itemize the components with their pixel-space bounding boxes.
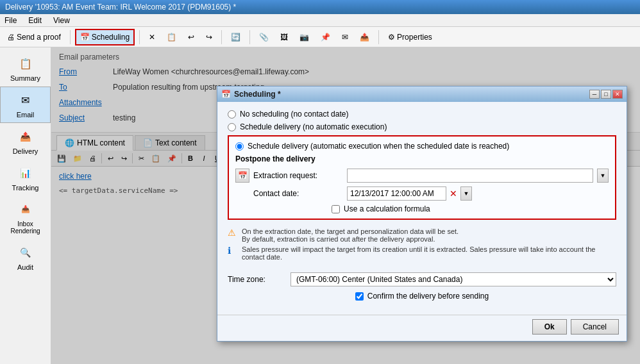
- schedule-auto-section: Schedule delivery (automatic execution w…: [228, 135, 616, 220]
- ok-button[interactable]: Ok: [532, 319, 567, 335]
- extraction-label: Extraction request:: [253, 171, 343, 180]
- sidebar-label-audit: Audit: [17, 263, 33, 271]
- sidebar-label-inbox: Inbox Rendering: [3, 220, 47, 235]
- extraction-cal-icon[interactable]: 📅: [235, 169, 249, 183]
- tb-icon-3[interactable]: ↩: [183, 29, 199, 46]
- audit-icon: 🔍: [15, 244, 36, 261]
- sidebar-label-delivery: Delivery: [13, 147, 38, 155]
- info-icon: ℹ: [228, 245, 238, 256]
- radio-no-scheduling-label: No scheduling (no contact date): [240, 110, 348, 119]
- radio-schedule-delivery-input[interactable]: [228, 123, 236, 131]
- sidebar-label-email: Email: [17, 111, 35, 119]
- menu-file[interactable]: File: [3, 15, 19, 26]
- info-row-2: ℹ Sales pressure will impact the target …: [228, 245, 616, 261]
- tb-icon-1[interactable]: ✕: [144, 29, 160, 46]
- info-section: ⚠ On the extraction date, the target and…: [228, 224, 616, 267]
- confirm-delivery-label: Confirm the delivery before sending: [367, 292, 489, 301]
- sidebar-item-delivery[interactable]: 📤 Delivery: [0, 123, 51, 160]
- contact-date-clear-button[interactable]: ✕: [448, 188, 459, 199]
- tb-img2[interactable]: 📷: [295, 29, 314, 46]
- delivery-icon: 📤: [15, 128, 36, 145]
- tracking-icon: 📊: [15, 164, 36, 182]
- tb-icon-2[interactable]: 📋: [162, 29, 181, 46]
- confirm-delivery-checkbox[interactable]: [355, 292, 364, 301]
- modal-overlay: 📅 Scheduling * ─ □ ✕ No scheduling (no c…: [51, 47, 640, 364]
- toolbar-sep-5: [378, 30, 379, 44]
- date-input-wrapper: ✕ ▼: [347, 186, 472, 201]
- image3-icon: 📌: [321, 33, 330, 42]
- tb-refresh[interactable]: 🔄: [226, 29, 245, 46]
- toolbar-sep-4: [249, 30, 250, 44]
- send-proof-label: Send a proof: [17, 33, 61, 42]
- info-text-1a: On the extraction date, the target and p…: [242, 228, 459, 235]
- extraction-row: 📅 Extraction request: ▼: [235, 169, 609, 183]
- copy-icon: 📋: [167, 33, 176, 42]
- sidebar-item-summary[interactable]: 📋 Summary: [0, 50, 51, 87]
- sidebar-item-tracking[interactable]: 📊 Tracking: [0, 160, 51, 196]
- dialog-body: No scheduling (no contact date) Schedule…: [217, 102, 627, 315]
- menu-view[interactable]: View: [51, 15, 72, 26]
- tb-icon-4[interactable]: ↪: [201, 29, 217, 46]
- dialog-close-button[interactable]: ✕: [612, 90, 623, 99]
- cancel-button[interactable]: Cancel: [571, 319, 619, 335]
- timezone-row: Time zone: (GMT-06:00) Center (United St…: [228, 272, 616, 286]
- info-text-1b: By default, extraction is carried out af…: [242, 235, 435, 243]
- paperclip-icon: 📎: [259, 33, 269, 42]
- properties-icon: ⚙: [388, 33, 395, 42]
- undo-icon: ↩: [188, 33, 194, 42]
- sidebar: 📋 Summary ✉ Email 📤 Delivery 📊 Tracking …: [0, 47, 51, 364]
- sidebar-item-audit[interactable]: 🔍 Audit: [0, 239, 51, 276]
- image1-icon: 🖼: [280, 33, 288, 42]
- toolbar: 🖨 Send a proof 📅 Scheduling ✕ 📋 ↩ ↪ 🔄 📎 …: [0, 27, 640, 47]
- timezone-label: Time zone:: [228, 275, 285, 284]
- sidebar-label-summary: Summary: [10, 74, 40, 82]
- send-proof-icon: 🖨: [7, 33, 15, 42]
- toolbar-sep-2: [139, 30, 140, 44]
- extraction-input[interactable]: [347, 169, 593, 183]
- redo-icon: ↪: [206, 33, 212, 42]
- dialog-maximize-button[interactable]: □: [601, 90, 611, 99]
- tb-img1[interactable]: 🖼: [276, 29, 292, 46]
- radio-schedule-auto-label: Schedule delivery (automatic execution w…: [248, 142, 509, 151]
- timezone-select[interactable]: (GMT-06:00) Center (United States and Ca…: [291, 272, 616, 286]
- radio-schedule-delivery: Schedule delivery (no automatic executio…: [228, 122, 616, 131]
- mail-icon: ✉: [342, 33, 348, 42]
- menu-bar: File Edit View: [0, 14, 640, 27]
- extraction-dropdown-btn[interactable]: ▼: [597, 169, 609, 183]
- scheduling-button[interactable]: 📅 Scheduling: [75, 29, 135, 46]
- tb-img3[interactable]: 📌: [316, 29, 335, 46]
- calc-formula-row: Use a calculation formula: [332, 204, 609, 213]
- radio-no-scheduling-input[interactable]: [228, 110, 236, 119]
- title-text: Delivery '10953: AM Event Team: IRL Welc…: [5, 3, 236, 12]
- dialog-title-bar: 📅 Scheduling * ─ □ ✕: [217, 87, 627, 102]
- properties-button[interactable]: ⚙ Properties: [383, 29, 437, 46]
- tb-icon-1-img: ✕: [149, 33, 155, 42]
- radio-schedule-auto: Schedule delivery (automatic execution w…: [235, 142, 609, 151]
- confirm-row: Confirm the delivery before sending: [228, 292, 616, 301]
- scheduling-label: Scheduling: [92, 33, 130, 42]
- tb-mail[interactable]: ✉: [337, 29, 353, 46]
- send-proof-button[interactable]: 🖨 Send a proof: [3, 29, 65, 46]
- sidebar-item-email[interactable]: ✉ Email: [0, 87, 51, 123]
- contact-date-input[interactable]: [347, 186, 446, 201]
- info-row-1: ⚠ On the extraction date, the target and…: [228, 228, 616, 243]
- scheduling-icon: 📅: [80, 33, 90, 42]
- radio-schedule-delivery-label: Schedule delivery (no automatic executio…: [240, 122, 387, 131]
- calc-formula-checkbox[interactable]: [332, 205, 340, 213]
- dialog-title: 📅 Scheduling *: [221, 90, 281, 99]
- tb-export[interactable]: 📤: [355, 29, 374, 46]
- contact-label: Contact date:: [253, 189, 343, 198]
- tb-attach[interactable]: 📎: [255, 29, 273, 46]
- sidebar-item-inbox[interactable]: 📥 Inbox Rendering: [0, 196, 51, 239]
- calc-formula-label: Use a calculation formula: [344, 204, 430, 213]
- scheduling-dialog: 📅 Scheduling * ─ □ ✕ No scheduling (no c…: [217, 86, 627, 342]
- title-bar: Delivery '10953: AM Event Team: IRL Welc…: [0, 0, 640, 14]
- menu-edit[interactable]: Edit: [26, 15, 44, 26]
- contact-date-dropdown-btn[interactable]: ▼: [460, 186, 472, 201]
- dialog-minimize-button[interactable]: ─: [589, 90, 600, 99]
- toolbar-sep-1: [70, 30, 71, 44]
- refresh-icon: 🔄: [231, 33, 240, 42]
- radio-schedule-auto-input[interactable]: [235, 142, 244, 151]
- sidebar-label-tracking: Tracking: [12, 184, 39, 192]
- dialog-title-text: Scheduling *: [234, 90, 281, 99]
